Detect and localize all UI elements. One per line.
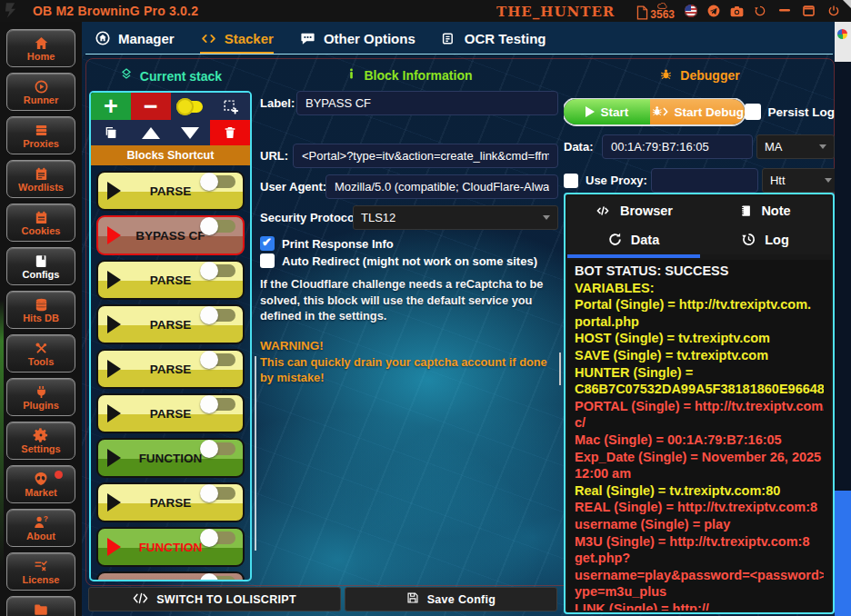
block-toggle[interactable] (203, 487, 235, 500)
stack-block-bypass-cf[interactable]: BYPASS CF (96, 215, 245, 255)
sidebar-item-runner[interactable]: Runner (6, 73, 75, 111)
sidebar: HomeRunnerProxiesWordlistsCookiesConfigs… (0, 22, 82, 616)
cloudflare-description: If the Cloudflare challenge needs a reCa… (260, 276, 558, 324)
tab-manager[interactable]: Manager (95, 22, 175, 55)
sidebar-item-configs[interactable]: Configs (6, 247, 75, 285)
log-line: c/ (575, 414, 824, 432)
sidebar-item-cookies[interactable]: Cookies (6, 204, 75, 242)
sidebar-item-label: About (26, 532, 55, 541)
telegram-icon[interactable] (707, 5, 720, 17)
start-label: Start (601, 105, 629, 119)
sidebar-item-plugins[interactable]: Plugins (6, 378, 75, 416)
titlebar-icons: 3563 (636, 0, 840, 22)
block-toggle[interactable] (203, 175, 235, 188)
stack-block-parse[interactable]: PARSE (96, 260, 245, 300)
code-icon (133, 592, 148, 607)
debugger-tab-note[interactable]: Note (699, 196, 831, 225)
desktop-strip (835, 22, 851, 62)
stack-scrollbar[interactable] (255, 356, 256, 551)
stack-block-parse[interactable]: PARSE (96, 304, 245, 344)
block-toggle[interactable] (203, 220, 235, 233)
security-protocol-select[interactable]: TLS12 (353, 205, 558, 230)
auto-redirect-checkbox[interactable] (260, 253, 275, 268)
label-input[interactable] (296, 91, 558, 115)
maximize-button[interactable] (803, 5, 815, 16)
power-button[interactable] (827, 5, 840, 17)
stack-block-function[interactable]: FUNCTION (96, 527, 245, 567)
language-flag-icon[interactable] (685, 5, 697, 17)
clone-block-button[interactable] (91, 120, 131, 145)
block-toggle[interactable] (203, 398, 235, 411)
debugger-tab-data[interactable]: Data (567, 225, 699, 255)
sidebar-item-hits-db[interactable]: Hits DB (6, 291, 75, 329)
start-button[interactable]: Start (564, 99, 650, 124)
url-caption: URL: (260, 149, 293, 163)
block-toggle[interactable] (203, 353, 235, 366)
minimize-button[interactable] (779, 9, 790, 13)
proxy-input[interactable] (651, 168, 758, 193)
history-icon[interactable] (754, 5, 766, 17)
stack-block-parse[interactable]: PARSE (96, 393, 245, 433)
block-toggle[interactable] (203, 442, 235, 455)
url-input[interactable] (293, 144, 558, 168)
tools-icon (34, 341, 49, 356)
debugger-tab-log[interactable]: Log (699, 225, 831, 255)
sidebar-item-about[interactable]: ?About (6, 509, 75, 547)
user-agent-input[interactable] (325, 174, 558, 199)
block-information-panel: Label: URL: User Agent: Security Protoco… (260, 91, 558, 386)
sidebar-item-proxies[interactable]: Proxies (6, 116, 75, 154)
sidebar-item-license[interactable]: License (6, 552, 75, 591)
tab-stacker[interactable]: Stacker (200, 22, 274, 55)
block-label: FUNCTION (139, 541, 203, 554)
data-input[interactable] (602, 134, 753, 159)
desktop-strip (835, 491, 851, 616)
down-arrow-icon (181, 127, 199, 139)
screenshot-camera-icon[interactable] (730, 5, 744, 17)
remove-block-button[interactable]: − (131, 93, 171, 120)
delete-block-button[interactable] (210, 120, 250, 145)
proxy-type-select[interactable]: Htt (762, 168, 835, 193)
panel-scrollbar[interactable] (559, 353, 561, 385)
tabbar-underline (85, 54, 833, 55)
multi-select-add-button[interactable] (210, 93, 250, 120)
start-debug-button[interactable]: Start Debug (650, 99, 745, 124)
sidebar-item-mainfolder[interactable]: MainFolder (6, 596, 75, 616)
stack-block-parse[interactable]: PARSE (96, 482, 245, 522)
switch-to-loliscript-button[interactable]: SWITCH TO LOLISCRIPT (88, 587, 341, 611)
app-window: OB M2 BrowninG Pro 3.0.2 THE_HUNTER 3563… (0, 0, 851, 616)
tab-ocr-testing[interactable]: OCR Testing (441, 22, 546, 55)
print-response-checkbox[interactable] (260, 236, 275, 251)
log-line: SAVE (Single) = tv.trexiptv.com (575, 347, 824, 364)
stack-block-parse[interactable]: PARSE (96, 349, 245, 389)
sidebar-item-tools[interactable]: Tools (6, 334, 75, 373)
stack-block[interactable] (96, 571, 245, 581)
move-down-button[interactable] (171, 120, 211, 145)
toggle-block-button[interactable] (171, 93, 211, 120)
debugger-tab-browser[interactable]: Browser (567, 196, 699, 225)
sidebar-item-wordlists[interactable]: Wordlists (6, 160, 75, 198)
block-toggle[interactable] (203, 264, 235, 277)
sidebar-item-settings[interactable]: Settings (6, 422, 75, 460)
note-icon (739, 204, 753, 218)
blocks-shortcut-bar[interactable]: Blocks Shortcut (91, 145, 250, 165)
tab-other-options[interactable]: Other Options (299, 22, 415, 55)
proxy-type-value: Htt (770, 174, 786, 187)
sidebar-item-home[interactable]: Home (6, 29, 75, 67)
add-block-button[interactable]: + (91, 93, 131, 120)
block-label: BYPASS CF (135, 229, 205, 243)
persist-log-checkbox[interactable] (745, 104, 761, 120)
log-line: username=play&password=<password>& (575, 567, 824, 584)
use-proxy-checkbox[interactable] (564, 174, 578, 188)
tab-label: Manager (118, 31, 175, 46)
svg-text:?: ? (44, 515, 48, 523)
block-toggle[interactable] (203, 576, 235, 581)
move-up-button[interactable] (131, 120, 171, 145)
block-toggle[interactable] (203, 532, 235, 544)
data-type-select[interactable]: MA (756, 134, 835, 159)
save-config-button[interactable]: Save Config (345, 587, 557, 611)
sidebar-item-market[interactable]: Market (6, 465, 75, 503)
block-toggle[interactable] (203, 309, 235, 322)
stack-block-parse[interactable]: PARSE (96, 171, 245, 211)
license-icon (33, 559, 49, 574)
stack-block-function[interactable]: FUNCTION (96, 438, 245, 478)
